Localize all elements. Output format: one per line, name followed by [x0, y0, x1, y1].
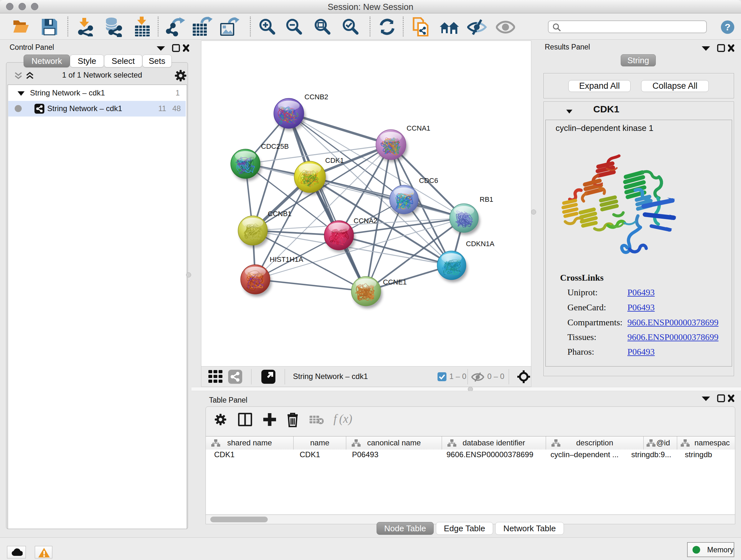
svg-text:CDKN1A: CDKN1A [466, 240, 495, 248]
svg-text:CCNA2: CCNA2 [354, 217, 378, 225]
svg-text:HIST1H1A: HIST1H1A [270, 255, 303, 263]
svg-text:CCNB1: CCNB1 [268, 210, 292, 218]
svg-text:CCNB2: CCNB2 [305, 93, 328, 101]
svg-text:CDC6: CDC6 [419, 177, 438, 185]
svg-text:CCNE1: CCNE1 [383, 278, 407, 286]
svg-text:CCNA1: CCNA1 [407, 124, 430, 132]
svg-text:CDC25B: CDC25B [261, 142, 289, 150]
svg-text:RB1: RB1 [480, 195, 493, 203]
svg-text:CDK1: CDK1 [325, 157, 344, 165]
svg-text:?: ? [725, 22, 731, 32]
